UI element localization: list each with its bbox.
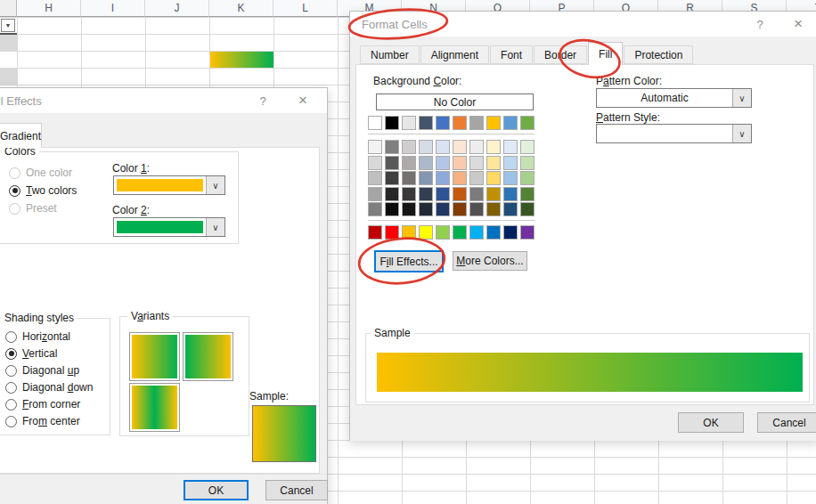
pattern-color-dropdown[interactable]: Automatic ∨ bbox=[596, 88, 752, 108]
color-swatch[interactable] bbox=[436, 187, 450, 201]
ok-button[interactable]: OK bbox=[678, 412, 744, 433]
color-swatch[interactable] bbox=[385, 140, 399, 154]
color-swatch[interactable] bbox=[402, 202, 416, 216]
column-header[interactable]: I bbox=[81, 0, 145, 17]
color-swatch[interactable] bbox=[419, 225, 433, 240]
radio-option[interactable]: From center bbox=[5, 415, 93, 427]
color-swatch[interactable] bbox=[419, 116, 433, 130]
color-swatch[interactable] bbox=[402, 156, 416, 170]
color-swatch[interactable] bbox=[520, 187, 534, 201]
color-swatch[interactable] bbox=[436, 225, 450, 240]
pattern-style-dropdown[interactable]: ∨ bbox=[596, 124, 752, 143]
color-swatch[interactable] bbox=[469, 116, 484, 130]
color2-dropdown[interactable]: ∨ bbox=[113, 217, 225, 237]
color-swatch[interactable] bbox=[385, 156, 399, 170]
color-swatch[interactable] bbox=[520, 171, 534, 185]
color-swatch[interactable] bbox=[486, 225, 501, 240]
column-header[interactable]: H bbox=[17, 0, 81, 17]
color-swatch[interactable] bbox=[520, 116, 534, 130]
help-icon[interactable]: ? bbox=[752, 12, 768, 37]
color-swatch[interactable] bbox=[503, 140, 518, 154]
filter-dropdown-button[interactable]: ▼ bbox=[1, 19, 15, 32]
format-cells-tab[interactable]: Number bbox=[360, 45, 420, 64]
color-swatch[interactable] bbox=[469, 225, 484, 240]
variant-thumbnail[interactable] bbox=[183, 332, 233, 381]
color-swatch[interactable] bbox=[503, 116, 518, 130]
gradient-filled-cell[interactable] bbox=[210, 52, 273, 68]
chevron-down-icon[interactable]: ∨ bbox=[732, 89, 751, 107]
color-swatch[interactable] bbox=[419, 156, 433, 170]
color-swatch[interactable] bbox=[453, 156, 467, 170]
radio-option[interactable]: Two colors bbox=[9, 184, 77, 197]
color-swatch[interactable] bbox=[520, 140, 534, 154]
color-swatch[interactable] bbox=[486, 116, 501, 130]
variant-thumbnail[interactable] bbox=[129, 332, 180, 381]
close-icon[interactable]: × bbox=[789, 12, 807, 37]
color-swatch[interactable] bbox=[486, 140, 501, 154]
format-cells-tab[interactable]: Protection bbox=[624, 45, 693, 64]
color-swatch[interactable] bbox=[453, 116, 467, 130]
color-swatch[interactable] bbox=[368, 140, 382, 154]
color-swatch[interactable] bbox=[503, 202, 518, 216]
color-swatch[interactable] bbox=[453, 171, 467, 185]
color-swatch[interactable] bbox=[436, 116, 450, 130]
color-swatch[interactable] bbox=[368, 187, 382, 201]
color-swatch[interactable] bbox=[503, 156, 518, 170]
color-swatch[interactable] bbox=[402, 187, 416, 201]
color-swatch[interactable] bbox=[453, 202, 467, 216]
column-header[interactable]: J bbox=[145, 0, 209, 17]
color-swatch[interactable] bbox=[486, 202, 501, 216]
radio-option[interactable]: Diagonal down bbox=[5, 381, 93, 394]
shaded-cell[interactable] bbox=[0, 69, 17, 85]
chevron-down-icon[interactable]: ∨ bbox=[206, 176, 224, 194]
color-swatch[interactable] bbox=[453, 140, 467, 154]
column-header-partial[interactable] bbox=[0, 0, 17, 17]
help-icon[interactable]: ? bbox=[255, 88, 271, 113]
radio-option[interactable]: Horizontal bbox=[5, 330, 93, 343]
color-swatch[interactable] bbox=[436, 202, 450, 216]
color-swatch[interactable] bbox=[419, 187, 433, 201]
ok-button[interactable]: OK bbox=[184, 480, 249, 500]
cancel-button[interactable]: Cancel bbox=[757, 412, 816, 433]
color-swatch[interactable] bbox=[385, 225, 399, 240]
color-swatch[interactable] bbox=[402, 140, 416, 154]
format-cells-tab[interactable]: Alignment bbox=[420, 45, 489, 64]
color-swatch[interactable] bbox=[486, 156, 501, 170]
color-swatch[interactable] bbox=[520, 202, 534, 216]
color-swatch[interactable] bbox=[368, 156, 382, 170]
color-swatch[interactable] bbox=[469, 140, 484, 154]
shaded-cell[interactable] bbox=[0, 35, 17, 51]
color-swatch[interactable] bbox=[402, 116, 416, 130]
more-colors-button[interactable]: More Colors... bbox=[453, 251, 527, 271]
format-cells-tab[interactable]: Border bbox=[534, 45, 587, 64]
fill-effects-button[interactable]: Fill Effects... bbox=[374, 250, 444, 272]
color-swatch[interactable] bbox=[436, 140, 450, 154]
format-cells-tab[interactable]: Font bbox=[490, 45, 533, 64]
color-swatch[interactable] bbox=[368, 171, 382, 185]
color-swatch[interactable] bbox=[503, 171, 518, 185]
chevron-down-icon[interactable]: ∨ bbox=[732, 125, 751, 142]
radio-option[interactable]: Preset bbox=[9, 202, 77, 215]
color-swatch[interactable] bbox=[419, 202, 433, 216]
color-swatch[interactable] bbox=[385, 116, 399, 130]
radio-option[interactable]: One color bbox=[9, 167, 77, 179]
color-swatch[interactable] bbox=[503, 225, 518, 240]
color-swatch[interactable] bbox=[469, 202, 484, 216]
cancel-button[interactable]: Cancel bbox=[265, 480, 328, 500]
column-header[interactable]: L bbox=[273, 0, 338, 17]
color-swatch[interactable] bbox=[520, 225, 534, 240]
radio-option[interactable]: From corner bbox=[5, 398, 93, 411]
color-swatch[interactable] bbox=[368, 202, 382, 216]
color-swatch[interactable] bbox=[520, 156, 534, 170]
color-swatch[interactable] bbox=[368, 225, 382, 240]
color-swatch[interactable] bbox=[469, 187, 484, 201]
color-swatch[interactable] bbox=[419, 171, 433, 185]
color-swatch[interactable] bbox=[469, 156, 484, 170]
radio-option[interactable]: Vertical bbox=[5, 347, 93, 360]
color-swatch[interactable] bbox=[402, 225, 416, 240]
color-swatch[interactable] bbox=[503, 187, 518, 201]
color-swatch[interactable] bbox=[402, 171, 416, 185]
chevron-down-icon[interactable]: ∨ bbox=[206, 218, 224, 236]
color-swatch[interactable] bbox=[469, 171, 484, 185]
radio-option[interactable]: Diagonal up bbox=[5, 364, 93, 377]
